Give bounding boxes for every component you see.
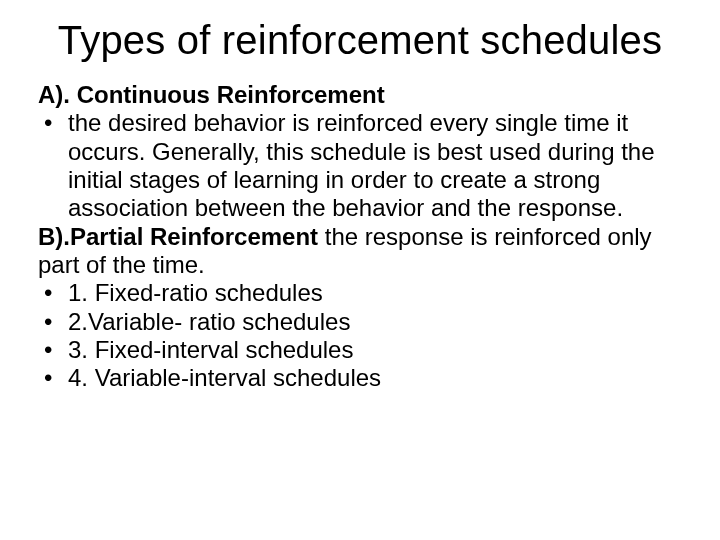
bullet-icon: • xyxy=(38,364,68,392)
section-b-item-text: 4. Variable-interval schedules xyxy=(68,364,682,392)
bullet-icon: • xyxy=(38,109,68,137)
section-a-text: the desired behavior is reinforced every… xyxy=(68,109,682,222)
section-b-item-text: 1. Fixed-ratio schedules xyxy=(68,279,682,307)
section-a-bullet: • the desired behavior is reinforced eve… xyxy=(38,109,682,222)
bullet-icon: • xyxy=(38,336,68,364)
section-b-line: B).Partial Reinforcement the response is… xyxy=(38,223,682,280)
slide-body: A). Continuous Reinforcement • the desir… xyxy=(38,81,682,392)
section-b-item-1: • 1. Fixed-ratio schedules xyxy=(38,279,682,307)
bullet-icon: • xyxy=(38,279,68,307)
section-a-heading: A). Continuous Reinforcement xyxy=(38,81,682,109)
section-b-item-3: • 3. Fixed-interval schedules xyxy=(38,336,682,364)
section-b-item-2: • 2.Variable- ratio schedules xyxy=(38,308,682,336)
section-b-item-text: 2.Variable- ratio schedules xyxy=(68,308,682,336)
section-b-item-4: • 4. Variable-interval schedules xyxy=(38,364,682,392)
section-b-heading: B).Partial Reinforcement xyxy=(38,223,318,250)
section-b-item-text: 3. Fixed-interval schedules xyxy=(68,336,682,364)
bullet-icon: • xyxy=(38,308,68,336)
slide-title: Types of reinforcement schedules xyxy=(38,18,682,63)
